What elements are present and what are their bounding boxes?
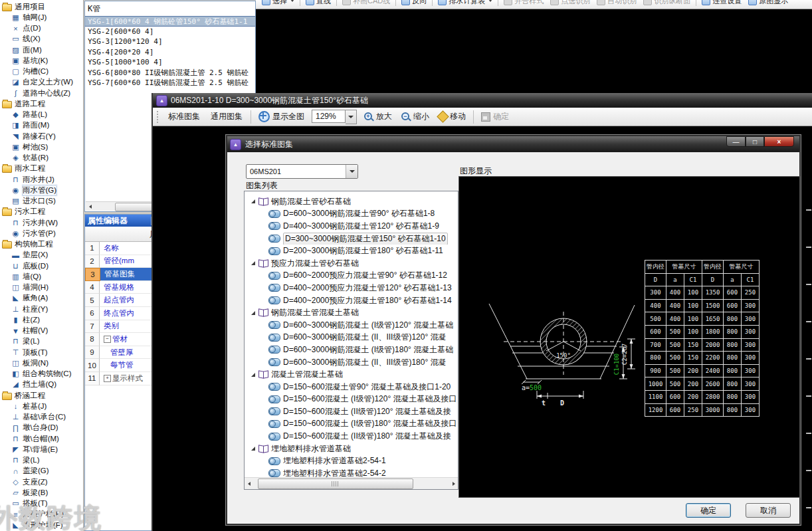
sidebar-item[interactable]: ◪自定义土方(W): [0, 77, 83, 88]
sidebar-item[interactable]: ⊓梁(L): [0, 336, 83, 347]
toolbar-line-tool[interactable]: 直线: [302, 0, 334, 6]
sidebar-folder[interactable]: 桥涵工程: [0, 390, 83, 401]
atlas-tree-item[interactable]: D=150~600混凝土 (I级管)120° 混凝土基础及接口: [245, 393, 458, 406]
toolbar-reverse[interactable]: 反向: [398, 0, 430, 6]
zoom-out-button[interactable]: − 缩小: [398, 111, 433, 122]
sidebar-item[interactable]: ▥墙(Q): [0, 271, 83, 282]
pipe-list-item[interactable]: YSG-2[600*60 4]: [85, 27, 255, 37]
project-sidebar[interactable]: 通用项目▦轴网(J)×点(D)▭线(X)▨面(M)▣基坑(K)▢沟槽(C)◪自定…: [0, 0, 84, 531]
atlas-tree-item[interactable]: D=150~600混凝土 (II级管)180° 混凝土基础及接: [245, 430, 458, 443]
sidebar-folder[interactable]: 道路工程: [0, 98, 83, 109]
atlas-tree-item[interactable]: D=600~3000钢筋混凝土 (I级管)120° 混凝土基础: [245, 319, 458, 332]
sidebar-item[interactable]: ▢沟槽(C): [0, 66, 83, 77]
modal-titlebar[interactable]: ▴ 选择标准图集 — □ ×: [227, 136, 799, 152]
maximize-button[interactable]: □: [746, 136, 764, 147]
zoom-level-combo[interactable]: 129%: [312, 110, 357, 124]
atlas-tree-item[interactable]: D=150~600混凝土 (I级管)180° 混凝土基础及接口: [245, 418, 458, 431]
sidebar-item[interactable]: ∫道路中心线(Z): [0, 88, 83, 98]
sidebar-item[interactable]: ◤耳\背墙(E): [0, 444, 83, 455]
toolbar-link-check-settings[interactable]: 连查设置: [698, 0, 745, 6]
sidebar-folder[interactable]: 污水工程: [0, 207, 83, 217]
sidebar-item[interactable]: ◆路基(L): [0, 110, 83, 120]
sidebar-item[interactable]: ▤进水口(S): [0, 196, 83, 207]
sidebar-item[interactable]: ⊓污水井(W): [0, 217, 83, 228]
tree-hscrollbar[interactable]: [245, 477, 458, 489]
toolbar-merge-style[interactable]: 并合样式: [500, 0, 547, 6]
sidebar-item[interactable]: ∏墩\台身(D): [0, 423, 83, 433]
sidebar-item[interactable]: ≡防撞护栏(H): [0, 509, 83, 520]
atlas-tree-folder[interactable]: 钢筋混凝土管砂石基础: [245, 195, 458, 208]
atlas-dialog-titlebar[interactable]: ▴ 06MS201-1-10 D=300~3000钢筋混凝土管150°砂石基础: [153, 93, 812, 108]
cancel-button[interactable]: 取消: [746, 503, 791, 518]
atlas-tree-item[interactable]: D=200~3000钢筋混凝土管180° 砂石基础1-11: [245, 245, 458, 257]
sidebar-item[interactable]: ▨面(M): [0, 45, 83, 55]
sidebar-item[interactable]: ◣锥形护坡(F): [0, 520, 83, 530]
atlas-tree-item[interactable]: D=150~600混凝土 (II级管)120° 混凝土基础及接: [245, 405, 458, 418]
sidebar-item[interactable]: ◥路缘石(Y): [0, 131, 83, 142]
expanded-arrow-icon[interactable]: [251, 447, 255, 451]
sidebar-item[interactable]: ◇支座(Z): [0, 477, 83, 487]
sidebar-folder[interactable]: 雨水工程: [0, 163, 83, 174]
sidebar-item[interactable]: ▼柱帽(V): [0, 326, 83, 336]
ok-button[interactable]: 确定: [686, 503, 731, 518]
pan-button[interactable]: 移动: [435, 111, 469, 122]
expanded-arrow-icon[interactable]: [251, 373, 255, 377]
pipe-list-item[interactable]: YSG-6[800*80 II级钢筋混凝土管 2.5 钢筋砼: [85, 68, 255, 78]
close-button[interactable]: ×: [764, 136, 794, 147]
sidebar-item[interactable]: ▦轴网(J): [0, 12, 83, 23]
sidebar-item[interactable]: ⊥基础\承台(C): [0, 412, 83, 423]
sidebar-item[interactable]: ◉污水管(P): [0, 228, 83, 239]
scroll-left-icon[interactable]: [245, 478, 253, 489]
chevron-down-icon[interactable]: [346, 165, 357, 178]
standard-atlas-tab[interactable]: 标准图集: [164, 109, 204, 124]
zoom-level-value[interactable]: 129%: [312, 110, 346, 123]
sidebar-item[interactable]: ▭线(X): [0, 34, 83, 45]
expand-icon[interactable]: +: [104, 375, 111, 382]
sidebar-item[interactable]: ⊓雨水井(J): [0, 174, 83, 185]
sidebar-item[interactable]: ⊓墩\台帽(M): [0, 433, 83, 444]
sidebar-item[interactable]: ⊤顶板(T): [0, 347, 83, 358]
sidebar-item[interactable]: ◫板洞(N): [0, 358, 83, 368]
atlas-select-dropdown[interactable]: 06MS201: [246, 164, 358, 179]
atlas-tree-folder[interactable]: 钢筋混凝土管混凝土基础: [245, 306, 458, 319]
sidebar-item[interactable]: ◣腋角(A): [0, 293, 83, 304]
sidebar-item[interactable]: ◨路面(M): [0, 120, 83, 131]
cad-preview[interactable]: 150° a=500 C1=100 C2=267 t D 管内径管基尺寸管内径管…: [458, 176, 800, 498]
scroll-left-icon[interactable]: [86, 202, 94, 211]
atlas-tree-item[interactable]: D=300~3000钢筋混凝土管150° 砂石基础1-10: [245, 233, 458, 245]
pipe-list-item[interactable]: YSG-7[600*60 II级钢筋混凝土管 2.5 钢筋砼: [85, 78, 255, 88]
atlas-tree-item[interactable]: D=150~600混凝土管90° 混凝土基础及接口1-20: [245, 381, 458, 393]
sidebar-item[interactable]: ⊓梁(L): [0, 455, 83, 466]
general-atlas-tab[interactable]: 通用图集: [207, 109, 247, 124]
expanded-arrow-icon[interactable]: [251, 311, 255, 315]
atlas-tree-item[interactable]: D=400~2000预应力混凝土管180° 砂石基础1-14: [245, 294, 458, 307]
sidebar-folder[interactable]: 构筑物工程: [0, 239, 83, 250]
sidebar-item[interactable]: ◈软基(R): [0, 153, 83, 163]
atlas-tree-item[interactable]: 埋地塑料排水管道基础2-54-1: [245, 455, 458, 467]
atlas-tree-item[interactable]: D=600~3000钢筋混凝土 (I级管)180° 混凝土基础: [245, 344, 458, 356]
sidebar-folder[interactable]: 通用项目: [0, 1, 83, 12]
expanded-arrow-icon[interactable]: [251, 261, 255, 265]
toolbar-profile-recognize[interactable]: 识别纵断面: [640, 0, 694, 6]
sidebar-item[interactable]: ◉雨水管(G): [0, 185, 83, 195]
expanded-arrow-icon[interactable]: [251, 199, 255, 203]
pipe-list-item[interactable]: YSG-5[1000*100 4]: [85, 57, 255, 68]
chevron-down-icon[interactable]: [346, 110, 357, 124]
sidebar-item[interactable]: ▣基坑(K): [0, 55, 83, 66]
sidebar-item[interactable]: ∩盖梁(G): [0, 466, 83, 477]
atlas-tree-folder[interactable]: 混凝土管混凝土基础: [245, 368, 458, 381]
atlas-tree-item[interactable]: D=600~3000钢筋混凝土 (II、III级管)180° 混凝: [245, 356, 458, 369]
atlas-tree-item[interactable]: D=600~2000预应力混凝土管90° 砂石基础1-12: [245, 270, 458, 282]
atlas-tree-item[interactable]: D=600~3000钢筋混凝土 (II、III级管)120° 混凝: [245, 332, 458, 344]
sidebar-item[interactable]: ⊥柱座(Y): [0, 304, 83, 314]
fit-view-button[interactable]: 显示全图: [255, 111, 308, 122]
toolbar-pick-recognize[interactable]: 点选识别: [547, 0, 593, 6]
sidebar-item[interactable]: ▣树池(S): [0, 142, 83, 152]
toolbar-select[interactable]: 选择: [258, 0, 298, 6]
zoom-in-button[interactable]: + 放大: [361, 111, 395, 122]
sidebar-item[interactable]: ▬垫层(X): [0, 250, 83, 261]
scrollbar-thumb[interactable]: [258, 478, 413, 489]
atlas-tree-item[interactable]: D=400~2000预应力混凝土管120° 砂石基础1-13: [245, 282, 458, 294]
sidebar-item[interactable]: ◢挡土墙(Q): [0, 379, 83, 390]
atlas-tree-folder[interactable]: 埋地塑料排水管道基础: [245, 443, 458, 455]
